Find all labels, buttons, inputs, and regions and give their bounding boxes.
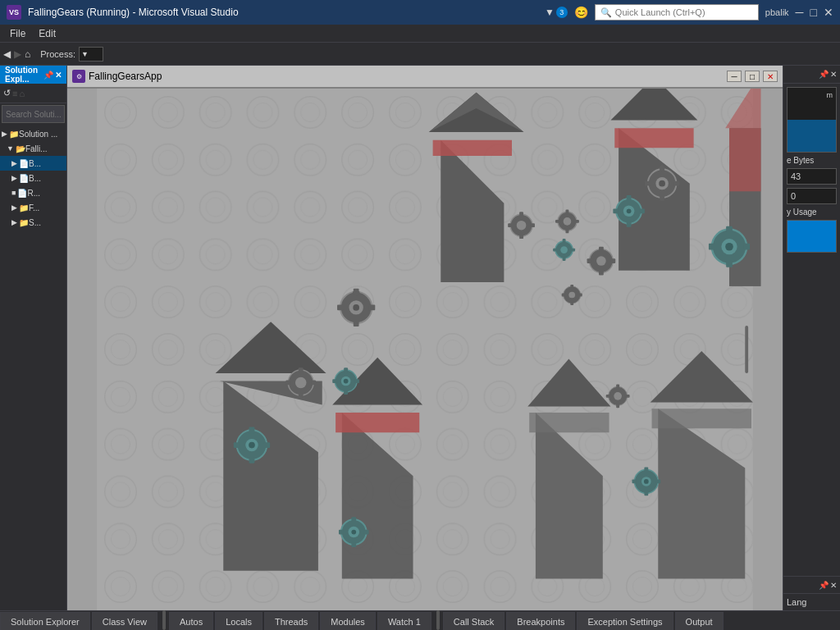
home-button[interactable]: ⌂ [25,48,30,60]
inner-minimize-button[interactable]: ─ [727,71,742,82]
quick-launch-box[interactable]: 🔍 Quick Launch (Ctrl+Q) [595,4,759,21]
svg-rect-68 [570,302,573,305]
tab-call-stack[interactable]: Call Stack [443,612,505,630]
svg-point-114 [614,392,622,400]
svg-rect-115 [616,384,619,388]
e-bytes-value: 43 [791,171,801,181]
usage-bar-fill [788,221,836,252]
svg-rect-39 [613,208,619,213]
right-panel-2-header: 📌 ✕ [783,576,840,594]
tab-class-view[interactable]: Class View [92,612,158,630]
file-icon-1: 📄 [19,159,29,168]
inner-close-button[interactable]: ✕ [763,71,778,82]
menu-edit[interactable]: Edit [32,26,62,41]
menu-bar: File Edit [0,25,840,43]
tree-item-3[interactable]: ■ 📄 R... [0,185,66,200]
notification-badge[interactable]: ▼ 3 [545,7,568,18]
tree-item-1[interactable]: ▶ 📄 B... [0,156,66,171]
svg-rect-77 [369,305,376,311]
svg-rect-126 [745,326,748,373]
svg-rect-43 [566,209,569,213]
svg-point-80 [295,377,306,388]
solution-explorer-header: Solution Expl... 📌 ✕ [0,66,66,84]
tab-autos[interactable]: Autos [169,612,213,630]
tree-label-2: B... [29,174,41,183]
svg-rect-69 [562,294,565,297]
main-toolbar: ◀ ▶ ⌂ Process: ▼ [0,43,840,66]
feedback-icon[interactable]: 😊 [574,6,588,19]
sync-icon[interactable]: ↺ [3,88,11,98]
svg-rect-62 [599,271,604,276]
tab-separator-1 [162,610,166,630]
user-label[interactable]: pbalik [765,7,789,17]
tab-watch1[interactable]: Watch 1 [377,612,431,630]
search-box[interactable]: Search Soluti... [2,105,65,123]
svg-marker-18 [529,413,609,432]
menu-file[interactable]: File [3,26,32,41]
tree-item-4[interactable]: ▶ 📁 F... [0,200,66,215]
right-close-icon[interactable]: ✕ [830,70,837,79]
tree-label-3: R... [27,189,40,198]
memory-m-label: m [827,91,833,99]
svg-rect-81 [299,368,304,372]
game-area: ⚙ FallingGearsApp ─ □ ✕ [67,66,783,610]
svg-rect-109 [351,517,356,522]
e-bytes-value-box: 43 [787,168,837,185]
svg-rect-112 [364,530,369,535]
solution-explorer-toolbar: ↺ ≡ ⌂ [0,84,66,103]
left-panel: Solution Expl... 📌 ✕ ↺ ≡ ⌂ Search Soluti… [0,66,67,610]
svg-rect-84 [311,381,316,386]
process-dropdown[interactable]: ▼ [79,47,103,62]
svg-rect-83 [285,381,290,386]
inner-maximize-button[interactable]: □ [745,71,760,82]
tab-separator-2 [436,610,440,630]
svg-rect-124 [632,480,637,484]
tree-item-solution[interactable]: ▶ 📁 Solution ... [0,126,66,141]
tab-breakpoints[interactable]: Breakpoints [506,612,575,630]
tab-modules[interactable]: Modules [320,612,376,630]
tab-solution-explorer[interactable]: Solution Explorer [0,612,90,630]
tree-item-project[interactable]: ▼ 📂 Falli... [0,141,66,156]
panel-close-icon[interactable]: ✕ [55,71,62,80]
inner-title-bar: ⚙ FallingGearsApp ─ □ ✕ [67,66,783,89]
tree-label-4: F... [29,203,39,212]
pin-icon[interactable]: 📌 [43,71,53,80]
forward-button[interactable]: ▶ [14,48,21,60]
tree-label-5: S... [29,218,41,227]
collapse-icon[interactable]: ≡ [12,89,17,98]
svg-rect-52 [530,223,535,227]
tab-locals[interactable]: Locals [215,612,262,630]
inner-title: FallingGearsApp [89,71,724,82]
minimize-button[interactable]: ─ [796,6,804,19]
right2-pin-icon[interactable]: 📌 [819,581,829,590]
svg-rect-75 [354,320,359,326]
back-button[interactable]: ◀ [3,48,11,60]
tab-output[interactable]: Output [675,612,724,630]
maximize-button[interactable]: □ [810,6,817,19]
svg-rect-102 [249,427,255,433]
svg-rect-90 [332,379,337,383]
right-pin-icon[interactable]: 📌 [819,70,829,79]
close-button[interactable]: ✕ [824,6,833,19]
expand-icon-2: ▼ [7,144,14,153]
right2-close-icon[interactable]: ✕ [830,581,837,590]
svg-rect-30 [660,194,664,201]
solution-explorer-title: Solution Expl... [5,66,43,84]
tree-label-project: Falli... [25,144,48,153]
folder-icon-2: 📁 [19,218,29,227]
svg-rect-37 [627,195,632,201]
tree-item-5[interactable]: ▶ 📁 S... [0,215,66,230]
svg-rect-82 [299,393,304,398]
app-title: FallingGears (Running) - Microsoft Visua… [28,7,538,18]
search-icon: 🔍 [600,7,612,18]
bottom-tab-bar: Solution Explorer Class View Autos Local… [0,610,840,630]
tab-threads[interactable]: Threads [264,612,318,630]
tree-item-2[interactable]: ▶ 📄 B... [0,171,66,185]
svg-point-42 [564,217,572,226]
tab-exception-settings[interactable]: Exception Settings [577,612,673,630]
folder-icon-1: 📁 [19,203,29,212]
svg-rect-55 [563,239,566,243]
svg-rect-110 [351,542,356,547]
home-sol-icon[interactable]: ⌂ [19,89,25,98]
svg-point-94 [725,243,733,251]
